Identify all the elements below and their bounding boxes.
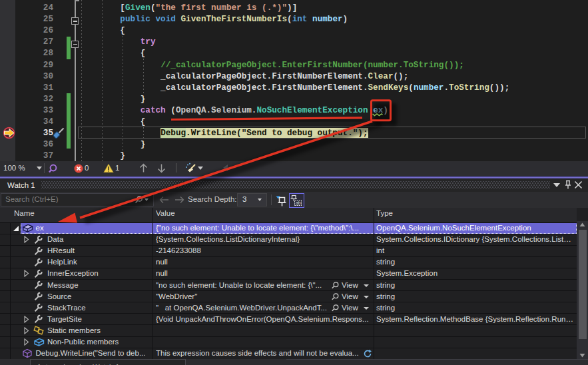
svg-text:ab: ab bbox=[296, 200, 301, 205]
